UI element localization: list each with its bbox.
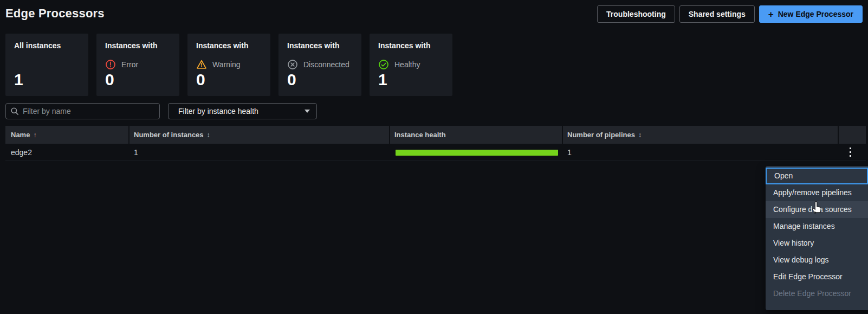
sort-asc-icon: ↑ — [33, 131, 36, 139]
new-edge-processor-button[interactable]: + New Edge Processor — [759, 5, 863, 23]
table-row-name-cell[interactable]: edge2 — [5, 144, 128, 161]
disconnected-icon — [287, 59, 298, 70]
card-title: All instances — [14, 41, 80, 50]
row-divider — [5, 161, 866, 161]
column-header-actions — [839, 126, 866, 144]
instance-health-filter-dropdown[interactable]: Filter by instance health — [168, 103, 317, 119]
column-header-number-of-pipelines[interactable]: Number of pipelines ↕ — [563, 126, 838, 144]
table-row-instances-cell: 1 — [129, 144, 389, 161]
troubleshooting-button[interactable]: Troubleshooting — [597, 5, 675, 23]
page-title: Edge Processors — [5, 7, 105, 21]
menu-item-delete-edge-processor: Delete Edge Processor — [766, 285, 868, 302]
sort-icon: ↕ — [638, 131, 642, 139]
shared-settings-button[interactable]: Shared settings — [679, 5, 755, 23]
instance-health-bar — [396, 150, 558, 156]
card-status-label: Healthy — [394, 60, 420, 69]
error-icon — [105, 59, 116, 70]
card-disconnected: Instances with Disconnected 0 — [278, 34, 361, 96]
row-actions-kebab-button[interactable] — [843, 144, 858, 159]
card-title: Instances with — [378, 41, 444, 50]
menu-item-open[interactable]: Open — [766, 168, 868, 184]
dropdown-label: Filter by instance health — [178, 107, 305, 116]
column-label: Number of instances — [134, 131, 204, 139]
card-all-instances: All instances 1 — [5, 34, 88, 96]
search-icon — [10, 107, 19, 116]
card-title: Instances with — [105, 41, 171, 50]
row-actions-context-menu: Open Apply/remove pipelines Configure da… — [766, 166, 868, 310]
healthy-icon — [378, 59, 389, 70]
card-status-label: Disconnected — [303, 60, 349, 69]
column-header-number-of-instances[interactable]: Number of instances ↕ — [129, 126, 389, 144]
menu-item-view-history[interactable]: View history — [766, 235, 868, 252]
column-header-instance-health: Instance health — [390, 126, 562, 144]
new-edge-processor-label: New Edge Processor — [778, 10, 853, 18]
chevron-down-icon — [305, 110, 310, 113]
card-count: 0 — [105, 72, 171, 88]
card-title: Instances with — [287, 41, 353, 50]
instance-count: 1 — [134, 148, 138, 157]
column-header-name[interactable]: Name ↑ — [5, 126, 128, 144]
menu-item-configure-data-sources[interactable]: Configure data sources — [766, 201, 868, 218]
kebab-icon — [850, 155, 851, 157]
card-healthy: Instances with Healthy 1 — [370, 34, 452, 96]
card-count: 0 — [196, 72, 262, 88]
card-status-label: Warning — [212, 60, 241, 69]
table-row-pipelines-cell: 1 — [563, 144, 838, 161]
menu-item-manage-instances[interactable]: Manage instances — [766, 218, 868, 235]
card-status-label: Error — [121, 60, 138, 69]
card-warning: Instances with Warning 0 — [187, 34, 270, 96]
card-title: Instances with — [196, 41, 262, 50]
topbar-actions: Troubleshooting Shared settings + New Ed… — [597, 5, 863, 23]
column-label: Instance health — [394, 131, 446, 139]
filter-by-name-input[interactable] — [5, 103, 160, 119]
kebab-icon — [850, 148, 851, 149]
menu-item-apply-remove-pipelines[interactable]: Apply/remove pipelines — [766, 184, 868, 201]
edge-processor-name: edge2 — [11, 148, 32, 157]
plus-icon: + — [768, 10, 774, 19]
search-input[interactable] — [23, 107, 155, 116]
card-count: 1 — [14, 72, 80, 88]
card-count: 1 — [378, 72, 444, 88]
card-error: Instances with Error 0 — [96, 34, 179, 96]
kebab-icon — [850, 151, 851, 153]
column-label: Name — [11, 131, 30, 139]
menu-item-view-debug-logs[interactable]: View debug logs — [766, 252, 868, 268]
card-count: 0 — [287, 72, 353, 88]
pipeline-count: 1 — [567, 148, 572, 157]
menu-item-edit-edge-processor[interactable]: Edit Edge Processor — [766, 268, 868, 285]
column-label: Number of pipelines — [567, 131, 635, 139]
warning-icon — [196, 59, 207, 70]
sort-icon: ↕ — [207, 131, 210, 139]
